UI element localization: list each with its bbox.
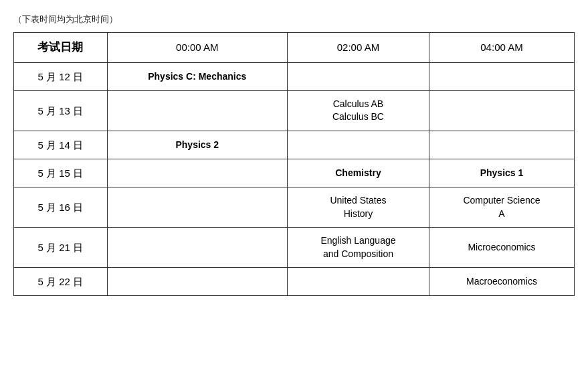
table-row: 5 月 13 日Calculus ABCalculus BC <box>14 90 575 131</box>
date-cell: 5 月 22 日 <box>14 268 108 296</box>
table-header-row: 考试日期 00:00 AM 02:00 AM 04:00 AM <box>14 33 575 63</box>
col3-cell: Microeconomics <box>429 228 574 268</box>
col3-cell: Computer ScienceA <box>429 187 574 227</box>
col3-cell: Macroeconomics <box>429 268 574 296</box>
table-row: 5 月 16 日United StatesHistoryComputer Sci… <box>14 187 575 227</box>
col2-cell <box>287 268 429 296</box>
col3-cell <box>429 90 574 131</box>
header-time-1: 00:00 AM <box>107 33 287 63</box>
col2-cell: Chemistry <box>287 159 429 187</box>
col1-cell <box>107 228 287 268</box>
date-cell: 5 月 15 日 <box>14 159 108 187</box>
note-text: （下表时间均为北京时间） <box>13 13 575 25</box>
table-row: 5 月 22 日Macroeconomics <box>14 268 575 296</box>
date-cell: 5 月 12 日 <box>14 62 108 90</box>
col2-cell: English Languageand Composition <box>287 228 429 268</box>
date-cell: 5 月 13 日 <box>14 90 108 131</box>
col1-cell <box>107 268 287 296</box>
table-row: 5 月 14 日Physics 2 <box>14 131 575 159</box>
col3-cell: Physics 1 <box>429 159 574 187</box>
col2-cell <box>287 62 429 90</box>
date-cell: 5 月 14 日 <box>14 131 108 159</box>
table-row: 5 月 21 日English Languageand CompositionM… <box>14 228 575 268</box>
col1-cell: Physics 2 <box>107 131 287 159</box>
header-date: 考试日期 <box>14 33 108 63</box>
header-time-3: 04:00 AM <box>429 33 574 63</box>
col3-cell <box>429 62 574 90</box>
table-row: 5 月 15 日ChemistryPhysics 1 <box>14 159 575 187</box>
col2-cell: Calculus ABCalculus BC <box>287 90 429 131</box>
col1-cell <box>107 90 287 131</box>
date-cell: 5 月 21 日 <box>14 228 108 268</box>
schedule-table: 考试日期 00:00 AM 02:00 AM 04:00 AM 5 月 12 日… <box>13 32 575 296</box>
col1-cell: Physics C: Mechanics <box>107 62 287 90</box>
date-cell: 5 月 16 日 <box>14 187 108 227</box>
col2-cell: United StatesHistory <box>287 187 429 227</box>
col2-cell <box>287 131 429 159</box>
table-row: 5 月 12 日Physics C: Mechanics <box>14 62 575 90</box>
col1-cell <box>107 187 287 227</box>
col1-cell <box>107 159 287 187</box>
col3-cell <box>429 131 574 159</box>
header-time-2: 02:00 AM <box>287 33 429 63</box>
